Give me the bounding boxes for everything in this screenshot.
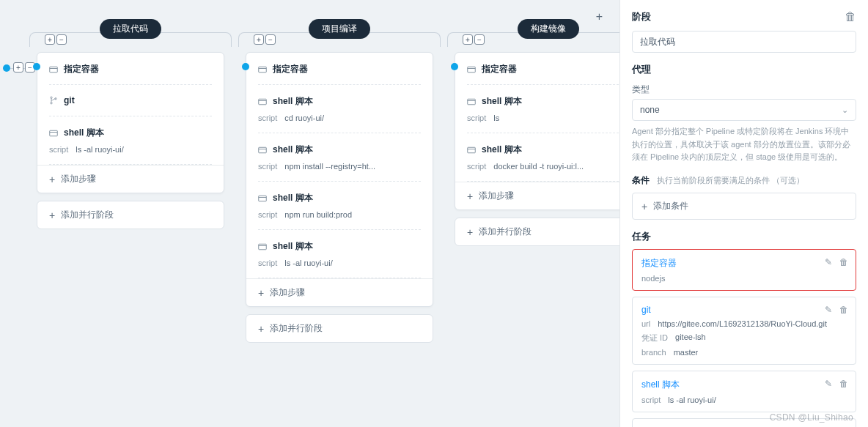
node-dot [33, 63, 40, 70]
task-item[interactable]: giturlhttps://gitee.com/L1692312138/RuoY… [632, 297, 856, 365]
trash-icon[interactable]: 🗑 [839, 379, 848, 389]
add-node-icon[interactable]: + [13, 62, 23, 73]
pipeline-step[interactable]: shell 脚本scriptcd ruoyi-ui/ [258, 85, 421, 133]
svg-point-2 [51, 97, 52, 98]
card-header: 指定容器 [49, 63, 212, 85]
stage-card: +−指定容器shell 脚本scriptcd ruoyi-ui/shell 脚本… [246, 52, 433, 307]
start-node-dot [3, 64, 10, 72]
task-item[interactable]: 指定容器nodejs✎🗑 [632, 249, 856, 291]
svg-rect-11 [259, 147, 267, 153]
add-node-icon[interactable]: + [254, 34, 264, 45]
watermark: CSDN @Liu_Shihao [770, 412, 853, 423]
svg-point-3 [51, 103, 52, 104]
trash-icon[interactable]: 🗑 [839, 305, 848, 315]
remove-node-icon[interactable]: − [265, 34, 276, 45]
section-tasks-heading: 任务 [632, 230, 856, 243]
task-title: git [641, 305, 847, 315]
section-agent-heading: 代理 [632, 63, 856, 76]
remove-node-icon[interactable]: − [474, 34, 485, 45]
edit-icon[interactable]: ✎ [825, 379, 832, 389]
add-node-icon[interactable]: + [463, 34, 473, 45]
section-cond-heading: 条件 [632, 174, 650, 187]
svg-rect-19 [468, 99, 476, 105]
pipeline-step[interactable]: shell 脚本scriptls -al ruoyi-ui/ [49, 116, 212, 165]
stage-pill[interactable]: 项目编译 [309, 19, 370, 39]
task-title: 指定容器 [641, 257, 847, 270]
chevron-down-icon: ⌄ [842, 105, 848, 115]
svg-rect-21 [468, 147, 476, 153]
add-step-button[interactable]: +添加步骤 [455, 182, 619, 209]
card-header: 指定容器 [467, 63, 619, 85]
stage-name-input[interactable] [632, 31, 856, 53]
agent-type-value: none [640, 105, 660, 115]
card-header: 指定容器 [258, 63, 421, 85]
add-step-button[interactable]: +添加步骤 [246, 278, 433, 306]
task-item[interactable]: shell 脚本scriptls -al ruoyi-ui/✎🗑 [632, 371, 856, 412]
svg-rect-17 [468, 67, 476, 73]
trash-icon[interactable]: 🗑 [845, 10, 856, 23]
cond-help-text: 执行当前阶段所需要满足的条件 （可选） [657, 174, 804, 187]
stage-card: +−指定容器gitshell 脚本scriptls -al ruoyi-ui/+… [37, 52, 224, 193]
svg-rect-13 [259, 196, 267, 201]
add-parallel-stage-button[interactable]: +添加并行阶段 [246, 314, 433, 343]
pipeline-canvas: + − + 拉取代码+−指定容器gitshell 脚本scriptls -al … [0, 0, 619, 427]
add-parallel-stage-button[interactable]: +添加并行阶段 [37, 201, 224, 229]
pipeline-step[interactable]: shell 脚本scriptnpm install --registry=ht.… [258, 133, 421, 182]
pipeline-step[interactable]: git [49, 85, 212, 116]
node-dot [451, 63, 458, 70]
add-condition-button[interactable]: + 添加条件 [632, 193, 856, 220]
svg-rect-7 [259, 67, 267, 73]
svg-rect-9 [259, 99, 267, 105]
pipeline-step[interactable]: shell 脚本scriptdocker build -t ruoyi-ui:l… [467, 133, 619, 182]
plus-icon: + [641, 201, 647, 212]
agent-type-label: 类型 [632, 83, 856, 96]
add-step-button[interactable]: +添加步骤 [37, 165, 224, 193]
add-parallel-stage-button[interactable]: +添加并行阶段 [455, 218, 619, 246]
node-dot [242, 63, 249, 70]
trash-icon[interactable]: 🗑 [839, 257, 848, 267]
edit-icon[interactable]: ✎ [825, 305, 832, 315]
svg-rect-15 [259, 244, 267, 250]
section-stage-heading: 阶段 [632, 10, 651, 23]
pipeline-step[interactable]: shell 脚本scriptnpm run build:prod [258, 182, 421, 230]
svg-rect-0 [50, 67, 58, 73]
agent-help-text: Agent 部分指定整个 Pipeline 或特定阶段将在 Jenkins 环境… [632, 125, 856, 164]
task-title: shell 脚本 [641, 379, 847, 391]
svg-rect-5 [50, 130, 58, 136]
agent-type-select[interactable]: none ⌄ [632, 99, 856, 121]
stage-pill[interactable]: 拉取代码 [100, 19, 161, 39]
sidebar-panel: 阶段 🗑 代理 类型 none ⌄ Agent 部分指定整个 Pipeline … [619, 0, 868, 427]
add-node-icon[interactable]: + [45, 34, 55, 45]
pipeline-step[interactable]: shell 脚本scriptls -al ruoyi-ui/ [258, 230, 421, 278]
remove-node-icon[interactable]: − [56, 34, 67, 45]
pipeline-step[interactable]: shell 脚本scriptls [467, 85, 619, 133]
edit-icon[interactable]: ✎ [825, 257, 832, 267]
stage-pill[interactable]: 构建镜像 [518, 19, 579, 39]
stage-card: +−指定容器shell 脚本scriptlsshell 脚本scriptdock… [455, 52, 619, 210]
